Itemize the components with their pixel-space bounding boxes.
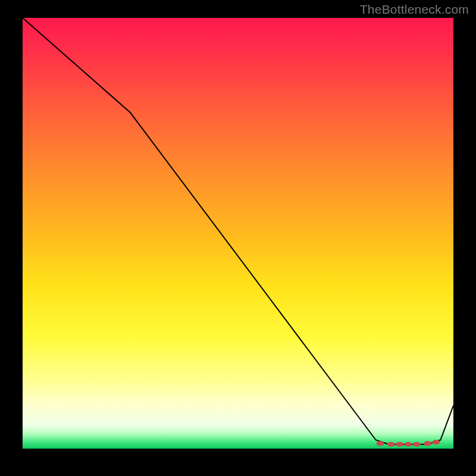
line-series [23, 18, 453, 444]
plot-area [23, 18, 453, 453]
marker-point [396, 442, 403, 447]
marker-point [387, 442, 395, 447]
marker-point [413, 442, 421, 447]
chart-curve [23, 18, 453, 449]
marker-point [404, 442, 412, 447]
watermark-text: TheBottleneck.com [360, 2, 469, 17]
marker-point [376, 441, 384, 446]
marker-point [433, 440, 440, 444]
chart-frame: TheBottleneck.com [0, 0, 476, 476]
marker-point [424, 441, 431, 446]
